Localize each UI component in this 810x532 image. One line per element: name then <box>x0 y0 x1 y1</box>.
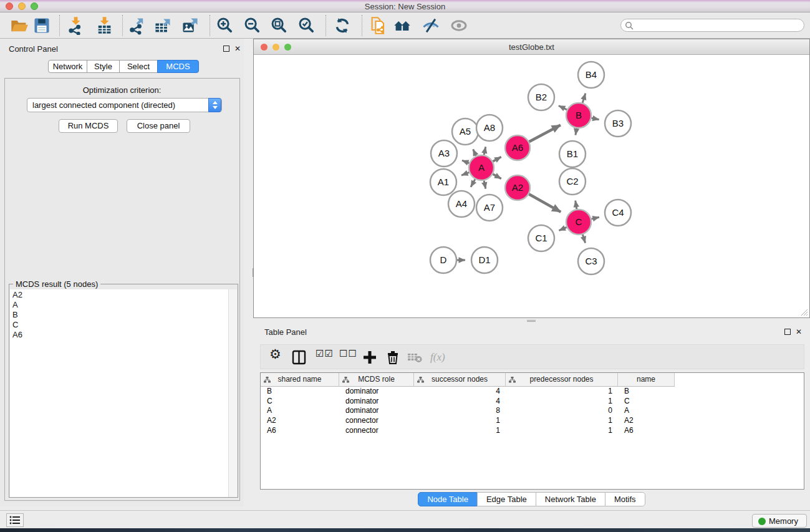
column-header-successor-nodes[interactable]: successor nodes <box>414 373 506 387</box>
tab-motifs[interactable]: Motifs <box>605 492 645 506</box>
cell-predecessor-nodes[interactable]: 1 <box>506 426 618 436</box>
cell-mcds-role[interactable]: dominator <box>339 387 414 397</box>
zoom-selected-icon[interactable] <box>297 16 316 35</box>
graph-edge-A2-C[interactable] <box>529 194 561 212</box>
cell-mcds-role[interactable]: connector <box>339 426 414 436</box>
mcds-result-item[interactable]: A6 <box>10 329 229 339</box>
network-canvas[interactable]: B4B2BB3A5A8A6A3B1AA1C2A2A4A7CC4C1C3DD1 <box>254 55 809 317</box>
cell-successor-nodes[interactable]: 8 <box>414 406 506 416</box>
close-panel-icon[interactable]: ✕ <box>234 44 241 53</box>
cell-predecessor-nodes[interactable]: 1 <box>506 387 618 397</box>
tab-style[interactable]: Style <box>87 60 120 73</box>
graph-edge-A6-B[interactable] <box>529 125 561 142</box>
add-column-icon[interactable] <box>362 349 377 365</box>
graph-edge-C-C3[interactable] <box>582 235 585 243</box>
tab-edge-table[interactable]: Edge Table <box>477 492 536 506</box>
graph-edge-C-C4[interactable] <box>591 217 599 219</box>
mcds-result-item[interactable]: A <box>10 299 229 309</box>
save-session-icon[interactable] <box>32 16 51 35</box>
cell-successor-nodes[interactable]: 4 <box>414 397 506 407</box>
zoom-fit-icon[interactable] <box>270 16 289 35</box>
criterion-select[interactable]: largest connected component (directed) <box>27 98 222 112</box>
table-row[interactable]: Adominator80A <box>261 406 804 416</box>
export-network-icon[interactable] <box>128 16 147 35</box>
graph-edge-A-A1[interactable] <box>461 172 469 175</box>
select-stepper-icon[interactable] <box>208 98 221 112</box>
graph-edge-A-A6[interactable] <box>493 157 501 161</box>
tab-network[interactable]: Network <box>48 60 87 73</box>
cell-shared-name[interactable]: A <box>261 406 339 416</box>
cell-mcds-role[interactable]: dominator <box>339 406 414 416</box>
tab-network-table[interactable]: Network Table <box>536 492 605 506</box>
close-table-panel-icon[interactable]: ✕ <box>796 327 802 336</box>
resize-grip-icon[interactable] <box>801 309 808 316</box>
hide-selected-icon[interactable] <box>422 16 440 35</box>
float-table-panel-icon[interactable] <box>784 329 791 335</box>
table-row[interactable]: A6connector11A6 <box>261 426 804 436</box>
cell-predecessor-nodes[interactable]: 1 <box>506 416 618 426</box>
show-all-icon[interactable] <box>450 16 468 35</box>
zoom-in-icon[interactable] <box>216 16 234 35</box>
cell-name[interactable]: A <box>618 406 675 416</box>
table-row[interactable]: Bdominator41B <box>261 387 804 397</box>
table-settings-icon[interactable]: ⚙ <box>269 347 281 363</box>
zoom-out-icon[interactable] <box>243 16 262 35</box>
show-panels-button[interactable] <box>6 513 24 527</box>
graph-edge-A-A3[interactable] <box>462 160 469 163</box>
open-session-icon[interactable] <box>10 16 29 35</box>
column-header-predecessor-nodes[interactable]: predecessor nodes <box>506 373 618 387</box>
cell-shared-name[interactable]: C <box>261 397 339 407</box>
cell-successor-nodes[interactable]: 1 <box>414 416 506 426</box>
graph-edge-A-A2[interactable] <box>493 174 501 178</box>
panel-splitter-handle[interactable] <box>252 268 254 277</box>
graph-edge-A-A7[interactable] <box>484 181 486 189</box>
mcds-list-scrollbar[interactable] <box>228 289 237 497</box>
first-neighbors-icon[interactable] <box>393 16 412 35</box>
graph-edge-A-A8[interactable] <box>484 147 486 155</box>
delete-table-icon[interactable] <box>407 349 423 365</box>
cell-mcds-role[interactable]: connector <box>339 416 414 426</box>
import-network-icon[interactable] <box>66 16 85 35</box>
close-panel-button[interactable]: Close panel <box>127 119 190 133</box>
tab-node-table[interactable]: Node Table <box>418 492 478 506</box>
deselect-all-rows-icon[interactable]: ☐☐ <box>339 348 357 364</box>
table-row[interactable]: Cdominator41C <box>261 397 804 407</box>
column-header-name[interactable]: name <box>618 373 675 387</box>
show-column-icon[interactable] <box>292 349 307 365</box>
export-image-icon[interactable] <box>181 16 200 35</box>
refresh-view-icon[interactable] <box>333 16 352 35</box>
graph-edge-B-B4[interactable] <box>582 94 586 103</box>
float-panel-icon[interactable] <box>223 46 229 52</box>
horizontal-splitter-handle[interactable] <box>527 319 536 322</box>
network-window-titlebar[interactable]: testGlobe.txt <box>254 39 809 55</box>
delete-column-icon[interactable] <box>385 349 400 365</box>
select-all-rows-icon[interactable]: ☑☑ <box>316 348 334 364</box>
cell-shared-name[interactable]: B <box>261 387 339 397</box>
cell-shared-name[interactable]: A6 <box>261 426 339 436</box>
graph-edge-A-A4[interactable] <box>471 179 475 186</box>
memory-button[interactable]: Memory <box>752 514 807 528</box>
mcds-result-item[interactable]: B <box>10 309 229 319</box>
cell-name[interactable]: C <box>618 397 675 407</box>
export-table-icon[interactable] <box>153 16 172 35</box>
cell-name[interactable]: A2 <box>618 416 675 426</box>
cell-predecessor-nodes[interactable]: 0 <box>506 406 618 416</box>
column-header-shared-name[interactable]: shared name <box>261 373 339 387</box>
mcds-result-item[interactable]: C <box>10 319 229 329</box>
tab-select[interactable]: Select <box>119 60 158 73</box>
column-header-mcds-role[interactable]: MCDS role <box>339 373 414 387</box>
cell-mcds-role[interactable]: dominator <box>339 397 414 407</box>
graph-edge-B-B1[interactable] <box>576 128 577 135</box>
import-table-icon[interactable] <box>95 16 113 35</box>
search-input[interactable] <box>620 19 804 32</box>
graph-edge-C-C1[interactable] <box>559 227 566 230</box>
cell-name[interactable]: B <box>618 387 675 397</box>
tab-mcds[interactable]: MCDS <box>157 60 199 73</box>
graph-edge-B-B2[interactable] <box>559 105 567 109</box>
table-row[interactable]: A2connector11A2 <box>261 416 804 426</box>
function-builder-icon[interactable]: f(x) <box>430 351 445 367</box>
graph-edge-B-B3[interactable] <box>592 118 599 119</box>
mcds-result-item[interactable]: A2 <box>10 289 229 299</box>
cell-successor-nodes[interactable]: 4 <box>414 387 506 397</box>
cell-name[interactable]: A6 <box>618 426 675 436</box>
